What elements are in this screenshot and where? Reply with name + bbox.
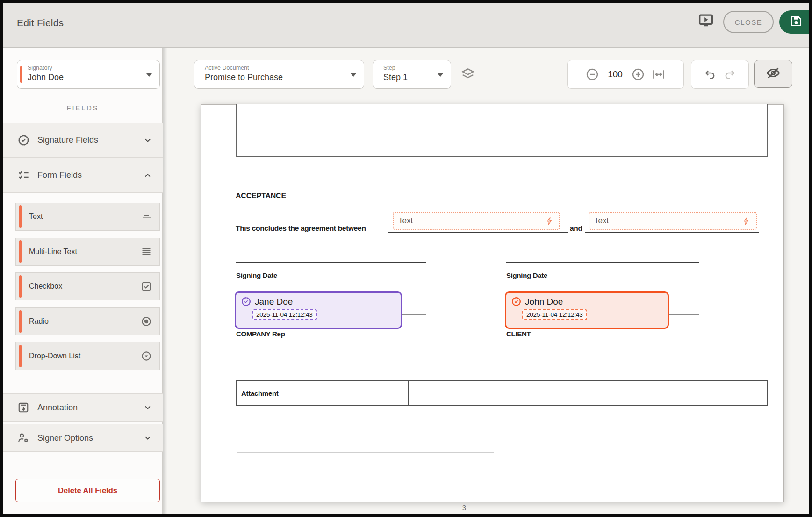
undo-icon[interactable] (704, 68, 717, 81)
chevron-down-icon (143, 433, 152, 443)
step-select-label: Step (383, 65, 395, 71)
text-field-placed-1[interactable]: Text (393, 212, 560, 230)
fields-sidebar: Signatory John Doe FIELDS Signature Fiel… (3, 48, 163, 514)
section-annotation[interactable]: Annotation (3, 393, 163, 422)
chevron-down-icon (146, 73, 152, 77)
lightning-bolt-icon (742, 216, 751, 226)
close-button-label: CLOSE (735, 18, 762, 26)
signatory-select[interactable]: Signatory John Doe (17, 60, 160, 89)
field-card-multiline-text[interactable]: Multi-Line Text (15, 238, 160, 266)
zoom-in-icon[interactable] (631, 67, 645, 81)
document-workspace: Active Document Promise to Purchase Step… (163, 48, 809, 514)
signature-line (236, 262, 426, 263)
conjunction-text: and (570, 224, 582, 233)
fill-line (388, 232, 568, 233)
chevron-down-icon (143, 136, 152, 145)
document-heading: ACCEPTANCE (236, 192, 286, 200)
delete-all-fields-label: Delete All Fields (58, 486, 117, 495)
field-card-label: Radio (29, 317, 141, 326)
step-select[interactable]: Step Step 1 (373, 60, 451, 89)
date-line-stub (402, 314, 426, 315)
section-signer-options[interactable]: Signer Options (3, 424, 163, 452)
attachment-label-cell: Attachment (237, 381, 409, 405)
field-card-dropdown-list[interactable]: Drop-Down List (15, 342, 160, 370)
page-title: Edit Fields (17, 17, 64, 29)
floppy-disk-icon (790, 15, 803, 29)
field-card-label: Drop-Down List (29, 352, 141, 360)
top-header-bar: Edit Fields CLOSE (3, 3, 809, 48)
attachment-value-cell (409, 381, 767, 405)
layers-button[interactable] (459, 66, 477, 84)
signature-timestamp: 2025-11-04 12:12:43 (522, 309, 587, 320)
signature-field-john-doe[interactable]: John Doe 2025-11-04 12:12:43 (505, 291, 669, 329)
eye-off-icon (765, 65, 781, 83)
signatory-select-value: John Doe (28, 73, 64, 82)
fit-width-icon[interactable] (652, 67, 666, 81)
card-accent-bar (19, 310, 22, 333)
preview-button[interactable] (695, 11, 717, 32)
fill-line (585, 232, 759, 233)
agreement-sentence: This concludes the agreement between (236, 224, 366, 233)
text-field-placed-2[interactable]: Text (589, 212, 757, 230)
text-field-label: Text (594, 216, 742, 226)
field-card-label: Multi-Line Text (29, 248, 141, 256)
signer-role-label: CLIENT (506, 330, 531, 338)
document-page: ACCEPTANCE This concludes the agreement … (201, 104, 784, 502)
section-label: Signer Options (37, 433, 143, 443)
hide-fields-button[interactable] (754, 60, 792, 88)
signatory-select-label: Signatory (28, 65, 52, 71)
page-number: 3 (453, 503, 476, 511)
active-document-value: Promise to Purchase (205, 73, 283, 82)
section-form-fields[interactable]: Form Fields (3, 158, 163, 193)
signing-date-label: Signing Date (236, 271, 277, 279)
multiline-icon (141, 246, 152, 257)
signature-field-jane-doe[interactable]: Jane Doe 2025-11-04 12:12:43 (235, 291, 402, 329)
signature-timestamp: 2025-11-04 12:12:43 (252, 309, 317, 320)
text-field-label: Text (398, 216, 545, 226)
date-line-stub (669, 314, 699, 315)
presentation-play-icon (697, 13, 714, 30)
field-card-checkbox[interactable]: Checkbox (15, 272, 160, 300)
signer-role-label: COMPANY Rep (236, 330, 285, 338)
save-button[interactable] (779, 10, 812, 34)
layers-icon (460, 66, 476, 84)
checkbox-icon (141, 281, 152, 292)
field-card-label: Text (29, 212, 141, 221)
checklist-icon (17, 169, 30, 182)
chevron-down-icon (143, 403, 152, 412)
sidebar-divider-shadow (163, 48, 167, 514)
section-signature-fields[interactable]: Signature Fields (3, 123, 163, 158)
chevron-up-icon (143, 171, 152, 180)
card-accent-bar (19, 205, 22, 228)
card-accent-bar (19, 240, 22, 263)
undo-redo-controls (691, 60, 749, 89)
redo-icon[interactable] (723, 68, 736, 81)
lightning-bolt-icon (545, 216, 554, 226)
signature-line (506, 262, 699, 263)
section-label: Annotation (37, 403, 143, 413)
step-select-value: Step 1 (383, 73, 408, 82)
field-card-text[interactable]: Text (15, 203, 160, 231)
edit-fields-window: Edit Fields CLOSE Signatory John Doe FIE… (0, 0, 812, 517)
zoom-level-value: 100 (606, 69, 625, 80)
text-lines-icon (141, 211, 152, 222)
zoom-controls: 100 (567, 60, 684, 89)
fields-caption: FIELDS (3, 104, 162, 112)
section-label: Signature Fields (37, 135, 143, 145)
active-document-label: Active Document (205, 65, 249, 71)
chevron-down-icon (351, 73, 356, 77)
signatory-accent-bar (20, 66, 22, 83)
dropdown-circle-icon (141, 350, 152, 362)
signing-date-label: Signing Date (506, 271, 547, 279)
close-button[interactable]: CLOSE (723, 11, 774, 33)
delete-all-fields-button[interactable]: Delete All Fields (15, 479, 160, 502)
box-arrow-down-icon (17, 401, 30, 414)
field-card-label: Checkbox (29, 282, 141, 291)
active-document-select[interactable]: Active Document Promise to Purchase (194, 60, 364, 89)
card-accent-bar (19, 275, 22, 298)
field-card-radio[interactable]: Radio (15, 307, 160, 335)
signer-name: Jane Doe (255, 297, 293, 307)
signer-name: John Doe (525, 297, 563, 307)
zoom-out-icon[interactable] (585, 67, 599, 81)
section-label: Form Fields (37, 170, 143, 180)
